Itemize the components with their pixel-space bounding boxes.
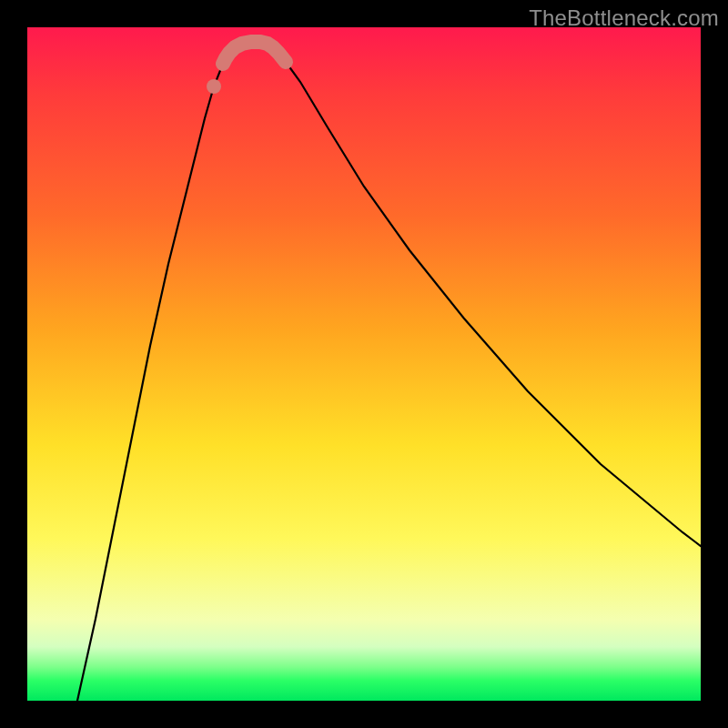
overlap-dot xyxy=(207,79,221,94)
overlap-band xyxy=(223,42,286,64)
chart-frame: TheBottleneck.com xyxy=(0,0,728,728)
plot-area xyxy=(27,27,701,701)
curve-layer xyxy=(27,27,701,701)
bottleneck-curve xyxy=(77,42,701,701)
